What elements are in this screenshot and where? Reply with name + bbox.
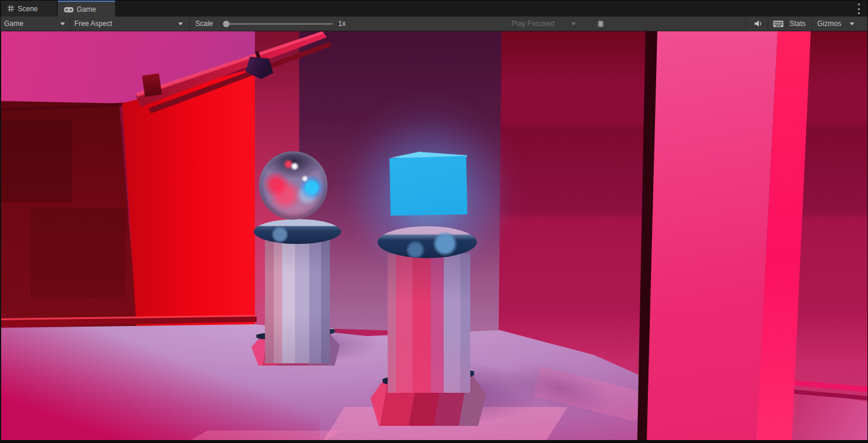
stats-label: Stats	[790, 19, 805, 28]
keyboard-icon	[773, 20, 784, 28]
separator	[70, 18, 70, 30]
tab-bar: Scene Game	[1, 1, 867, 17]
aspect-dropdown-label: Free Aspect	[74, 19, 112, 28]
separator	[768, 18, 768, 30]
wall-shade-block	[1, 120, 72, 203]
unity-game-view-window: Scene Game Game Free Aspect Scale	[0, 0, 868, 443]
chevron-down-icon	[60, 22, 65, 25]
stats-button[interactable]: Stats	[790, 17, 805, 31]
gizmos-dropdown[interactable]: Gizmos	[817, 17, 854, 31]
window-bottom-border	[1, 440, 867, 442]
separator	[189, 18, 190, 30]
gizmos-label: Gizmos	[817, 19, 841, 28]
kebab-menu-icon[interactable]	[854, 4, 863, 14]
debug-button[interactable]	[592, 17, 610, 31]
separator	[746, 18, 746, 30]
separator	[812, 18, 813, 30]
left-pedestal-cap	[254, 219, 341, 244]
game-viewport[interactable]	[1, 31, 868, 441]
glass-sphere	[259, 151, 327, 220]
red-light-wall-panel	[119, 67, 258, 335]
separator	[786, 18, 787, 30]
right-pedestal-column	[388, 253, 470, 393]
gamepad-icon	[64, 6, 74, 13]
tab-scene-label: Scene	[18, 5, 38, 13]
chevron-down-icon	[571, 22, 576, 25]
bug-icon	[596, 19, 605, 28]
left-pedestal-column	[265, 236, 330, 363]
right-pedestal-cap	[378, 226, 477, 258]
grid-icon	[7, 5, 15, 12]
beam-wall-mount	[142, 73, 162, 97]
display-dropdown-label: Game	[4, 19, 24, 28]
display-dropdown[interactable]: Game	[4, 17, 65, 31]
scale-slider[interactable]	[224, 17, 333, 31]
scale-slider-track[interactable]	[224, 23, 333, 25]
tab-game[interactable]: Game	[58, 1, 115, 17]
chevron-down-icon	[178, 22, 183, 25]
wall-shade-block	[31, 209, 125, 297]
speaker-icon	[754, 19, 763, 28]
tab-game-label: Game	[77, 5, 96, 14]
keyboard-shortcuts-button[interactable]	[770, 17, 787, 31]
mute-audio-button[interactable]	[750, 17, 767, 31]
play-focused-dropdown[interactable]: Play Focused	[512, 17, 576, 31]
aspect-ratio-dropdown[interactable]: Free Aspect	[74, 17, 183, 31]
scale-slider-knob[interactable]	[223, 21, 230, 27]
chevron-down-icon	[850, 22, 854, 25]
play-focused-label: Play Focused	[512, 19, 555, 28]
scale-label: Scale	[195, 17, 213, 31]
scale-value: 1x	[338, 17, 346, 31]
tab-scene[interactable]: Scene	[1, 1, 57, 17]
game-view-toolbar: Game Free Aspect Scale 1x Play Focused	[1, 17, 867, 31]
